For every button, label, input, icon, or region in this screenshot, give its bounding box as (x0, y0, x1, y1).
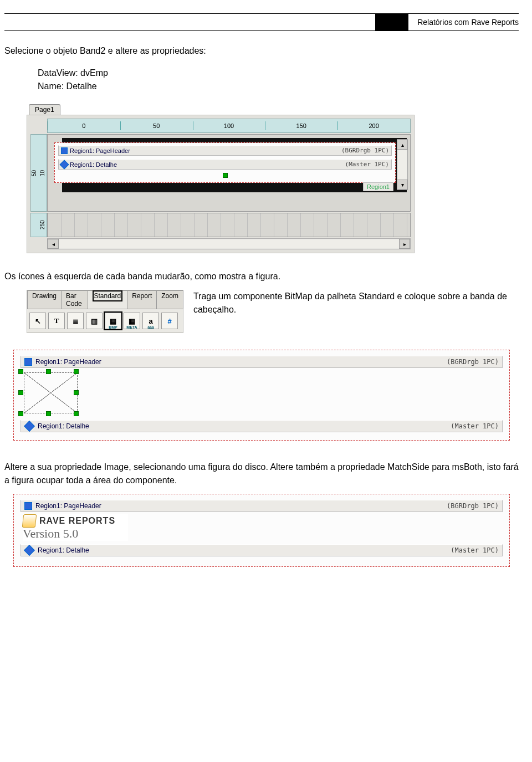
palette-tab-standard[interactable]: Standard (88, 290, 128, 309)
scroll-left-button[interactable]: ◂ (48, 239, 59, 249)
resize-handle[interactable] (18, 369, 23, 374)
band-label: Region1: Detalhe (38, 422, 451, 430)
band-flags: (BGRDrgb 1PC) (341, 147, 389, 154)
horizontal-scrollbar[interactable]: ◂ ▸ (47, 238, 411, 249)
resize-handle[interactable] (74, 369, 79, 374)
band-icon (60, 160, 69, 169)
band-flags: (Master 1PC) (451, 546, 499, 554)
vertical-scrollbar[interactable]: ▴ ▾ (397, 139, 408, 190)
prop-name: Name: Detalhe (38, 80, 519, 93)
rave-logo: RAVE REPORTS Version 5.0 (23, 514, 128, 541)
band-label: Region1: PageHeader (35, 502, 447, 510)
page-tab[interactable]: Page1 (29, 104, 60, 115)
prop-dataview: DataView: dvEmp (38, 67, 519, 80)
bitmap-placeholder[interactable] (24, 372, 78, 413)
tool-fontmaster[interactable]: aaaa (142, 313, 159, 329)
scroll-down-button[interactable]: ▾ (397, 180, 408, 190)
band-flags: (BGRDrgb 1PC) (447, 358, 499, 366)
intro-text: Selecione o objeto Band2 e altere as pro… (4, 44, 519, 58)
resize-handle[interactable] (18, 390, 23, 395)
ruler-tick: 250 (38, 213, 47, 237)
palette-tab-zoom[interactable]: Zoom (156, 290, 183, 309)
props-block: DataView: dvEmp Name: Detalhe (38, 67, 519, 93)
palette-tab-barcode[interactable]: Bar Code (61, 290, 88, 309)
band-label: Region1: PageHeader (70, 147, 341, 154)
rave-book-icon (22, 514, 37, 528)
ruler-tick: 200 (337, 122, 410, 129)
band-flags: (BGRDrgb 1PC) (447, 502, 499, 510)
band-pageheader[interactable]: Region1: PageHeader (BGRDrgb 1PC) (21, 500, 503, 512)
band-icon (24, 545, 35, 556)
tool-memo[interactable]: ≣ (67, 313, 84, 329)
resize-handle[interactable] (223, 173, 228, 178)
band-flags: (Master 1PC) (345, 161, 389, 168)
band-detalhe[interactable]: Region1: Detalhe (Master 1PC) (58, 159, 392, 170)
component-palette: Drawing Bar Code Standard Report Zoom ↖ … (27, 290, 183, 333)
band-label: Region1: Detalhe (70, 161, 345, 168)
palette-tab-report[interactable]: Report (127, 290, 157, 309)
tool-metafile[interactable]: META▦ (124, 313, 140, 329)
band-icon (24, 421, 35, 432)
para-image-prop: Altere a sua propriedade Image, selecion… (4, 461, 519, 487)
resize-handle[interactable] (74, 390, 79, 395)
palette-text: Traga um componente BitMap da palheta St… (193, 290, 519, 316)
ruler-tick: 150 (265, 122, 337, 129)
ruler-tick: 50 (120, 122, 193, 129)
band-detalhe[interactable]: Region1: Detalhe (Master 1PC) (21, 420, 503, 432)
tool-bitmap[interactable]: BMP▦ (105, 313, 121, 329)
band-pageheader[interactable]: Region1: PageHeader (BGRDrgb 1PC) (58, 145, 392, 156)
resize-handle[interactable] (46, 369, 51, 374)
rave-brand-text: RAVE REPORTS (39, 516, 115, 526)
band-pageheader[interactable]: Region1: PageHeader (BGRDrgb 1PC) (21, 356, 503, 368)
rave-version: Version 5.0 (23, 526, 78, 541)
band-icon (24, 502, 32, 510)
vertical-ruler-top: 10 50 (30, 134, 47, 212)
band-label: Region1: Detalhe (38, 546, 451, 554)
design-canvas-lower[interactable] (47, 213, 411, 237)
band-flags: (Master 1PC) (451, 422, 499, 430)
band-detalhe[interactable]: Region1: Detalhe (Master 1PC) (21, 544, 503, 556)
vertical-ruler-bottom: 250 (30, 213, 47, 237)
screenshot-design-surface: Page1 0 50 100 150 200 10 50 (27, 104, 415, 253)
resize-handle[interactable] (74, 411, 79, 416)
band-label: Region1: PageHeader (35, 358, 447, 366)
header-title: Relatórios com Rave Reports (408, 18, 519, 27)
tool-pagenum[interactable]: # (161, 313, 178, 329)
resize-handle[interactable] (46, 411, 51, 416)
scroll-up-button[interactable]: ▴ (397, 140, 408, 150)
ruler-tick: 100 (193, 122, 265, 129)
region-label: Region1 (363, 182, 393, 191)
tool-section[interactable]: ▥ (86, 313, 103, 329)
design-canvas[interactable]: Region1: PageHeader (BGRDrgb 1PC) Region… (47, 134, 411, 212)
palette-tab-drawing[interactable]: Drawing (27, 290, 62, 309)
horizontal-ruler: 0 50 100 150 200 (47, 119, 411, 133)
band-icon (61, 147, 68, 154)
ruler-tick: 0 (48, 122, 120, 129)
scroll-right-button[interactable]: ▸ (399, 239, 410, 249)
header-blackbox (375, 14, 408, 30)
band-icon (24, 358, 32, 366)
resize-handle[interactable] (18, 411, 23, 416)
ruler-tick: 50 (30, 135, 38, 211)
screenshot-region-with-placeholder: Region1: PageHeader (BGRDrgb 1PC) Region… (13, 350, 510, 441)
ruler-tick: 10 (38, 135, 47, 211)
tool-cursor[interactable]: ↖ (29, 313, 46, 329)
tool-text[interactable]: T (48, 313, 65, 329)
screenshot-region-with-logo: Region1: PageHeader (BGRDrgb 1PC) RAVE R… (13, 494, 510, 567)
region1[interactable]: Region1: PageHeader (BGRDrgb 1PC) Region… (54, 142, 396, 183)
mid-text: Os ícones à esquerda de cada banda mudar… (4, 270, 519, 283)
page-header: Relatórios com Rave Reports (4, 13, 519, 31)
